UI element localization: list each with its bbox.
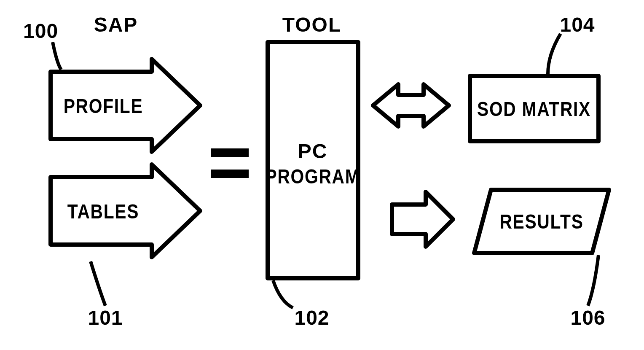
ref-106-leader [588,255,598,306]
bidirectional-arrow [373,84,449,127]
sod-matrix-label: SOD MATRIX [477,98,591,120]
ref-106: 106 [570,307,605,329]
diagram-canvas: SAP TOOL PROFILE TABLES PC PROGRAM SOD M… [0,0,644,350]
ref-102: 102 [294,307,329,329]
ref-100-leader [53,42,61,70]
header-tool: TOOL [282,13,341,36]
results-label: RESULTS [499,210,583,233]
results-arrow [392,192,453,247]
svg-rect-1 [211,170,249,178]
ref-101: 101 [88,307,123,329]
ref-100: 100 [23,20,58,42]
pc-label: PC [298,140,328,162]
program-label: PROGRAM [266,165,360,188]
ref-101-leader [91,261,105,306]
ref-104: 104 [560,13,595,36]
ref-104-leader [548,34,561,74]
header-sap: SAP [94,13,138,36]
profile-label: PROFILE [64,95,143,117]
tables-label: TABLES [67,200,139,223]
svg-rect-0 [211,148,249,157]
ref-102-leader [273,280,293,308]
equals-sign [211,148,249,178]
